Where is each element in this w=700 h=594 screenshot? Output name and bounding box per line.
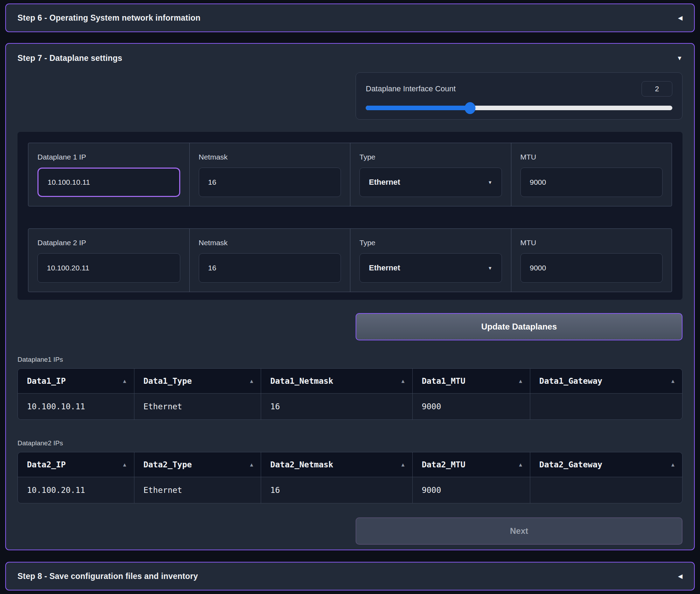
update-dataplanes-button[interactable]: Update Dataplanes: [356, 313, 682, 340]
dataplane1-cell-mtu: 9000: [412, 394, 530, 420]
sort-up-icon: ▲: [514, 378, 522, 384]
table-row: 10.100.20.11 Ethernet 16 9000: [18, 477, 682, 503]
dataplane2-type-value: Ethernet: [369, 263, 400, 273]
collapsed-left-arrow-icon: ◀: [678, 573, 682, 579]
dataplane2-header-mtu[interactable]: Data2_MTU▲: [412, 452, 530, 477]
dataplane-count-value-input[interactable]: [642, 81, 672, 97]
sort-up-icon: ▲: [118, 461, 126, 468]
dataplane2-cell-ip: 10.100.20.11: [18, 477, 134, 503]
dataplane2-table-caption: Dataplane2 IPs: [18, 439, 682, 447]
dataplane1-netmask-input[interactable]: [199, 168, 341, 197]
dataplane2-header-ip[interactable]: Data2_IP▲: [18, 452, 134, 477]
accordion-step8: Step 8 - Save configuration files and in…: [5, 562, 695, 591]
accordion-step7-title: Step 7 - Dataplane settings: [18, 54, 122, 63]
sort-up-icon: ▲: [397, 461, 405, 468]
dataplane1-mtu-input[interactable]: [520, 168, 663, 197]
dataplane1-ip-label: Dataplane 1 IP: [37, 153, 180, 161]
dataplane-fields-group: Dataplane 1 IP Netmask Type Ethernet ▼ M…: [18, 132, 682, 300]
dataplane2-cell-mtu: 9000: [412, 477, 530, 503]
dataplane2-cell-gateway: [530, 477, 682, 503]
accordion-step8-header[interactable]: Step 8 - Save configuration files and in…: [6, 563, 694, 590]
sort-up-icon: ▲: [397, 378, 405, 384]
dataplane1-netmask-label: Netmask: [199, 153, 341, 161]
dataplane-count-label: Dataplane Interface Count: [366, 84, 456, 93]
accordion-step6-header[interactable]: Step 6 - Operating System network inform…: [6, 4, 694, 31]
dataplane2-cell-netmask: 16: [261, 477, 413, 503]
dataplane2-cell-type: Ethernet: [134, 477, 261, 503]
chevron-down-icon: ▼: [488, 266, 492, 271]
dataplane-count-slider[interactable]: [366, 106, 672, 110]
dataplane1-table: Data1_IP▲ Data1_Type▲ Data1_Netmask▲ Dat…: [18, 368, 682, 420]
dataplane2-header-type[interactable]: Data2_Type▲: [134, 452, 261, 477]
dataplane1-ip-cell: Dataplane 1 IP: [28, 143, 189, 206]
dataplane1-ip-input[interactable]: [37, 168, 180, 197]
dataplane2-table-header-row: Data2_IP▲ Data2_Type▲ Data2_Netmask▲ Dat…: [18, 452, 682, 477]
dataplane2-mtu-cell: MTU: [511, 229, 672, 292]
slider-thumb[interactable]: [464, 102, 475, 114]
accordion-step6-title: Step 6 - Operating System network inform…: [18, 13, 201, 23]
dataplane2-netmask-cell: Netmask: [189, 229, 350, 292]
dataplane2-header-netmask[interactable]: Data2_Netmask▲: [261, 452, 413, 477]
accordion-step7: Step 7 - Dataplane settings ▼ Dataplane …: [5, 43, 695, 550]
dataplane2-type-select[interactable]: Ethernet ▼: [359, 253, 502, 283]
dataplane1-header-gateway[interactable]: Data1_Gateway▲: [530, 369, 682, 394]
collapsed-left-arrow-icon: ◀: [678, 15, 682, 21]
chevron-down-icon: ▼: [488, 180, 492, 185]
dataplane1-mtu-label: MTU: [520, 153, 663, 161]
dataplane1-header-netmask[interactable]: Data1_Netmask▲: [261, 369, 413, 394]
dataplane2-type-cell: Type Ethernet ▼: [350, 229, 511, 292]
accordion-step7-header[interactable]: Step 7 - Dataplane settings ▼: [18, 51, 682, 65]
dataplane2-netmask-label: Netmask: [199, 239, 341, 247]
dataplane1-table-header-row: Data1_IP▲ Data1_Type▲ Data1_Netmask▲ Dat…: [18, 369, 682, 394]
sort-up-icon: ▲: [245, 461, 253, 468]
sort-up-icon: ▲: [666, 378, 674, 384]
dataplane1-table-caption: Dataplane1 IPs: [18, 356, 682, 363]
dataplane1-cell-ip: 10.100.10.11: [18, 394, 134, 420]
dataplane2-table: Data2_IP▲ Data2_Type▲ Data2_Netmask▲ Dat…: [18, 452, 682, 503]
slider-fill: [366, 106, 470, 110]
dataplane1-type-value: Ethernet: [369, 178, 400, 187]
dataplane1-header-mtu[interactable]: Data1_MTU▲: [412, 369, 530, 394]
dataplane-count-panel: Dataplane Interface Count: [356, 72, 682, 120]
dataplane1-cell-gateway: [530, 394, 682, 420]
dataplane1-cell-type: Ethernet: [134, 394, 261, 420]
expanded-down-arrow-icon: ▼: [677, 55, 682, 61]
dataplane2-header-gateway[interactable]: Data2_Gateway▲: [530, 452, 682, 477]
sort-up-icon: ▲: [666, 461, 674, 468]
next-button[interactable]: Next: [356, 517, 682, 545]
dataplane1-netmask-cell: Netmask: [189, 143, 350, 206]
dataplane1-header-ip[interactable]: Data1_IP▲: [18, 369, 134, 394]
dataplane2-type-label: Type: [359, 239, 502, 247]
dataplane2-field-row: Dataplane 2 IP Netmask Type Ethernet ▼ M…: [28, 228, 672, 292]
dataplane2-mtu-label: MTU: [520, 239, 663, 247]
dataplane1-cell-netmask: 16: [261, 394, 413, 420]
dataplane2-ip-label: Dataplane 2 IP: [37, 239, 180, 247]
accordion-step6: Step 6 - Operating System network inform…: [5, 3, 695, 32]
accordion-step8-title: Step 8 - Save configuration files and in…: [18, 572, 198, 581]
sort-up-icon: ▲: [514, 461, 522, 468]
dataplane1-field-row: Dataplane 1 IP Netmask Type Ethernet ▼ M…: [28, 143, 672, 206]
dataplane2-ip-cell: Dataplane 2 IP: [28, 229, 189, 292]
dataplane1-type-label: Type: [359, 153, 502, 161]
dataplane2-mtu-input[interactable]: [520, 253, 663, 283]
dataplane1-header-type[interactable]: Data1_Type▲: [134, 369, 261, 394]
sort-up-icon: ▲: [118, 378, 126, 384]
dataplane1-mtu-cell: MTU: [511, 143, 672, 206]
table-row: 10.100.10.11 Ethernet 16 9000: [18, 394, 682, 420]
dataplane2-ip-input[interactable]: [37, 253, 180, 283]
dataplane2-netmask-input[interactable]: [199, 253, 341, 283]
dataplane1-type-cell: Type Ethernet ▼: [350, 143, 511, 206]
dataplane1-type-select[interactable]: Ethernet ▼: [359, 168, 502, 197]
sort-up-icon: ▲: [245, 378, 253, 384]
